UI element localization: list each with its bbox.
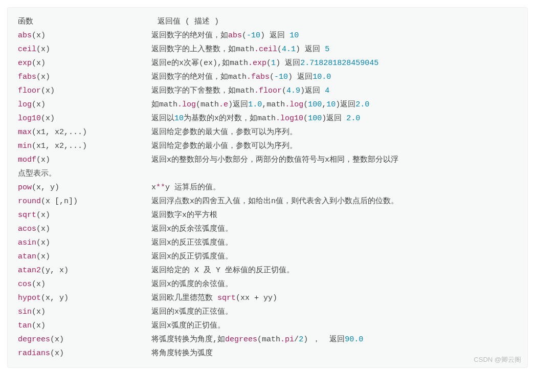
code-token: acos bbox=[18, 225, 36, 233]
code-token: round bbox=[18, 197, 41, 206]
code-token: (x) 返回以 bbox=[41, 114, 174, 123]
code-token: y 运算后的值。 bbox=[165, 183, 220, 192]
code-token: hypot bbox=[18, 294, 41, 302]
code-token: asin bbox=[18, 238, 36, 247]
code-token: atan2 bbox=[18, 266, 41, 275]
code-token: .log bbox=[285, 100, 303, 109]
code-token: min bbox=[18, 142, 32, 150]
code-token: floor bbox=[18, 86, 41, 95]
code-token: ** bbox=[156, 183, 165, 192]
code-token: ) ， 返回 bbox=[303, 335, 345, 344]
code-token: (x, y) x bbox=[32, 183, 156, 192]
code-token: 100 bbox=[308, 114, 322, 123]
code-line: exp(x) 返回e的x次幂(ex),如math.exp(1) 返回2.7182… bbox=[18, 56, 517, 70]
code-token: / bbox=[294, 335, 299, 344]
code-token: 2.718281828459045 bbox=[300, 59, 378, 68]
code-token: 4.1 bbox=[282, 45, 296, 54]
code-token: (math bbox=[257, 335, 280, 344]
code-line: atan(x) 返回x的反正切弧度值。 bbox=[18, 250, 517, 264]
code-line: modf(x) 返回x的整数部分与小数部分，两部分的数值符号与x相同，整数部分以… bbox=[18, 153, 517, 167]
code-token: (x [,n]) 返回浮点数x的四舍五入值，如给出n值，则代表舍入到小数点后的位… bbox=[41, 197, 398, 206]
code-token: .fabs bbox=[247, 73, 270, 81]
code-token: (x) 返回x的反余弦弧度值。 bbox=[36, 225, 233, 233]
code-token: 10.0 bbox=[313, 73, 331, 81]
code-token: pow bbox=[18, 183, 32, 192]
code-token: ) 返回 bbox=[296, 45, 325, 54]
code-token: fabs bbox=[18, 73, 36, 81]
code-token: (x1, x2,...) 返回给定参数的最大值，参数可以为序列。 bbox=[32, 128, 297, 137]
code-token: (x) 返回x的反正切弧度值。 bbox=[36, 252, 233, 261]
code-token: (x) 返回数字x的平方根 bbox=[36, 211, 217, 220]
code-token: (x) 返回e的x次幂(ex),如math bbox=[32, 59, 248, 68]
code-line: radians(x) 将角度转换为弧度 bbox=[18, 346, 517, 360]
code-token: ( bbox=[242, 31, 247, 40]
code-token: ( bbox=[277, 45, 282, 54]
code-token: sqrt bbox=[18, 211, 36, 220]
code-token: 1.0 bbox=[248, 100, 262, 109]
code-token: ( bbox=[282, 86, 286, 95]
code-token: .floor bbox=[254, 86, 282, 95]
code-line: asin(x) 返回x的反正弦弧度值。 bbox=[18, 236, 517, 250]
code-token: 10 bbox=[326, 100, 336, 109]
code-token: (x) 返回的x弧度的正弦值。 bbox=[32, 308, 233, 316]
code-token: 2.0 bbox=[355, 100, 369, 109]
code-line: cos(x) 返回x的弧度的余弦值。 bbox=[18, 277, 517, 291]
code-token: tan bbox=[18, 321, 32, 330]
code-token: (x1, x2,...) 返回给定参数的最小值，参数可以为序列。 bbox=[32, 142, 297, 150]
code-token: (x) 返回x的整数部分与小数部分，两部分的数值符号与x相同，整数部分以浮 bbox=[36, 156, 398, 164]
code-token: )返回 bbox=[228, 100, 248, 109]
code-line: log10(x) 返回以10为基数的x的对数，如math.log10(100)返… bbox=[18, 112, 517, 125]
code-line: log(x) 如math.log(math.e)返回1.0,math.log(1… bbox=[18, 98, 517, 112]
code-token: ) 返回 bbox=[276, 59, 300, 68]
code-token: max bbox=[18, 128, 32, 137]
code-token: 点型表示。 bbox=[18, 169, 56, 178]
code-token: abs bbox=[228, 31, 242, 40]
code-token: (x) 返回数字的绝对值，如 bbox=[32, 31, 228, 40]
code-token: )返回 bbox=[300, 86, 325, 95]
code-token: -10 bbox=[247, 31, 260, 40]
code-token: 90.0 bbox=[345, 335, 363, 344]
code-line: round(x [,n]) 返回浮点数x的四舍五入值，如给出n值，则代表舍入到小… bbox=[18, 194, 517, 208]
code-line: atan2(y, x) 返回给定的 X 及 Y 坐标值的反正切值。 bbox=[18, 264, 517, 277]
code-token: cos bbox=[18, 280, 32, 289]
code-token: ) 返回 bbox=[288, 73, 313, 81]
code-token: .log bbox=[177, 100, 196, 109]
code-token: .ceil bbox=[254, 45, 277, 54]
code-line: 函数 返回值 ( 描述 ) bbox=[18, 15, 517, 29]
code-line: ceil(x) 返回数字的上入整数，如math.ceil(4.1) 返回 5 bbox=[18, 42, 517, 56]
code-token: ( bbox=[303, 114, 308, 123]
code-line: 点型表示。 bbox=[18, 167, 517, 181]
code-token: (x) 返回x的反正弦弧度值。 bbox=[36, 238, 233, 247]
code-line: max(x1, x2,...) 返回给定参数的最大值，参数可以为序列。 bbox=[18, 125, 517, 139]
code-token: ,math bbox=[262, 100, 285, 109]
code-token: 10 bbox=[289, 31, 299, 40]
code-token: 2 bbox=[299, 335, 303, 344]
code-token: .pi bbox=[280, 335, 294, 344]
code-token: (x) 将角度转换为弧度 bbox=[50, 349, 213, 358]
code-line: abs(x) 返回数字的绝对值，如abs(-10) 返回 10 bbox=[18, 29, 517, 42]
code-token: 4.9 bbox=[286, 86, 300, 95]
code-token: )返回 bbox=[322, 114, 346, 123]
code-token: ) 返回 bbox=[260, 31, 289, 40]
code-block: 函数 返回值 ( 描述 )abs(x) 返回数字的绝对值，如abs(-10) 返… bbox=[7, 7, 528, 368]
code-token: (x) 返回数字的上入整数，如math bbox=[36, 45, 254, 54]
code-token: ( bbox=[266, 59, 271, 68]
code-token: 100 bbox=[308, 100, 322, 109]
code-token: 2.0 bbox=[346, 114, 360, 123]
code-token: 10 bbox=[174, 114, 184, 123]
code-token: (xx + yy) bbox=[236, 294, 277, 302]
code-token: abs bbox=[18, 31, 32, 40]
code-token: .log10 bbox=[276, 114, 303, 123]
code-token: degrees bbox=[18, 335, 50, 344]
code-token: 函数 返回值 ( 描述 ) bbox=[18, 17, 219, 26]
code-line: degrees(x) 将弧度转换为角度,如degrees(math.pi/2) … bbox=[18, 333, 517, 346]
code-token: atan bbox=[18, 252, 36, 261]
code-token: .exp bbox=[248, 59, 266, 68]
code-token: (x) 如math bbox=[32, 100, 177, 109]
code-token: sin bbox=[18, 308, 32, 316]
code-token: (x) 返回x弧度的正切值。 bbox=[32, 321, 225, 330]
code-token: 1 bbox=[271, 59, 276, 68]
code-line: floor(x) 返回数字的下舍整数，如math.floor(4.9)返回 4 bbox=[18, 84, 517, 98]
code-token: , bbox=[322, 100, 326, 109]
code-token: (math bbox=[196, 100, 219, 109]
